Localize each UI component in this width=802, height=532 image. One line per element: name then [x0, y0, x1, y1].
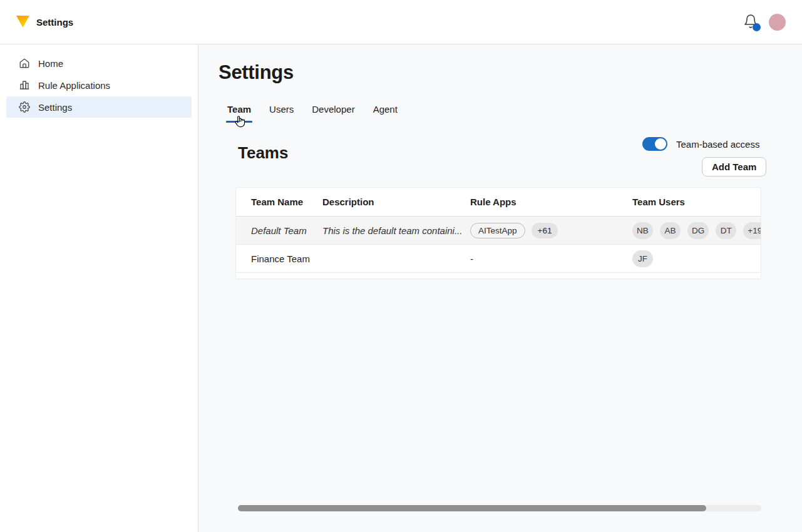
- rule-apps-cell: -: [470, 253, 632, 264]
- user-avatar-chip[interactable]: DT: [716, 222, 736, 239]
- rule-app-chip[interactable]: AITestApp: [470, 223, 525, 238]
- team-users-cell: JF: [632, 250, 761, 267]
- team-name-cell: Default Team: [251, 225, 322, 236]
- main-content: Settings Team Users Developer Agent Team…: [198, 44, 802, 532]
- app-logo-triangle-icon: [16, 16, 29, 28]
- horizontal-scrollbar-track[interactable]: [238, 505, 761, 511]
- tab-users[interactable]: Users: [269, 104, 294, 123]
- user-avatar-chip[interactable]: AB: [660, 222, 681, 239]
- page-title: Settings: [218, 61, 294, 84]
- table-header-row: Team Name Description Rule Apps Team Use…: [236, 188, 761, 217]
- user-avatar-chip[interactable]: JF: [632, 250, 653, 267]
- tab-developer[interactable]: Developer: [311, 104, 355, 123]
- user-avatar[interactable]: [769, 14, 786, 31]
- sidebar-item-settings[interactable]: Settings: [6, 96, 192, 118]
- gear-icon: [19, 101, 30, 113]
- add-team-button[interactable]: Add Team: [702, 157, 766, 176]
- table-row-default-team[interactable]: Default Team This is the default team co…: [236, 217, 761, 245]
- team-name-cell: Finance Team: [251, 253, 322, 264]
- column-header-rule-apps: Rule Apps: [470, 197, 632, 207]
- toggle-knob: [655, 138, 666, 150]
- rule-apps-cell: AITestApp +61: [470, 223, 632, 238]
- sidebar-item-home[interactable]: Home: [6, 53, 192, 74]
- team-users-cell: NB AB DG DT +19: [632, 222, 761, 239]
- notifications-button[interactable]: [743, 14, 758, 30]
- horizontal-scrollbar-thumb[interactable]: [238, 505, 706, 511]
- rule-apps-overflow-chip[interactable]: +61: [532, 223, 558, 238]
- sidebar-item-label: Settings: [38, 102, 72, 113]
- teams-section-title: Teams: [238, 143, 288, 163]
- sidebar: Home Rule Applications Settings: [0, 44, 198, 532]
- sidebar-item-rule-applications[interactable]: Rule Applications: [6, 74, 192, 96]
- users-overflow-chip[interactable]: +19: [743, 222, 761, 239]
- sidebar-item-label: Rule Applications: [38, 80, 110, 91]
- table-row-finance-team[interactable]: Finance Team - JF: [236, 245, 761, 273]
- tab-bar: Team Users Developer Agent: [227, 104, 398, 123]
- user-avatar-chip[interactable]: NB: [632, 222, 653, 239]
- user-avatar-chip[interactable]: DG: [687, 222, 709, 239]
- team-based-access-row: Team-based access: [642, 137, 759, 151]
- top-bar: Settings: [0, 0, 802, 44]
- column-header-team-name: Team Name: [251, 197, 322, 207]
- sidebar-item-label: Home: [38, 58, 63, 69]
- teams-table: Team Name Description Rule Apps Team Use…: [235, 187, 761, 279]
- description-cell: This is the default team containi...: [322, 225, 470, 236]
- notification-badge: [753, 23, 761, 31]
- column-header-team-users: Team Users: [632, 197, 761, 207]
- tab-agent[interactable]: Agent: [373, 104, 398, 123]
- column-header-description: Description: [322, 197, 470, 207]
- team-based-access-toggle[interactable]: [642, 137, 667, 151]
- team-based-access-label: Team-based access: [676, 139, 759, 150]
- home-icon: [19, 58, 30, 69]
- app-title: Settings: [36, 17, 73, 28]
- mouse-cursor-hand-icon: [234, 115, 245, 128]
- bar-chart-icon: [19, 79, 30, 91]
